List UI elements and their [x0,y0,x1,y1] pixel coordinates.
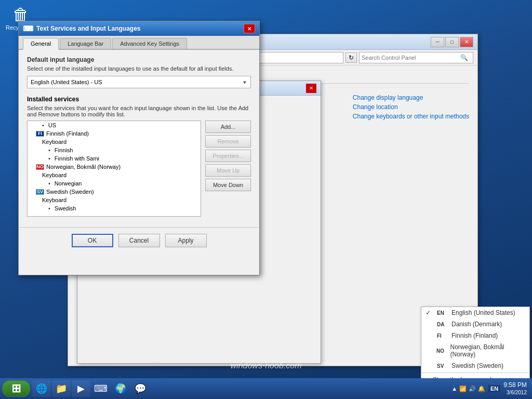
bullet-icon: • [48,205,50,211]
taskbar-globe-icon[interactable]: 🌍 [111,380,130,397]
services-action-buttons: Add... Remove Properties... Move Up Move… [205,121,251,217]
list-item[interactable]: SV Swedish (Sweden) [28,188,201,196]
taskbar-ie-icon[interactable]: 🌐 [32,380,51,397]
keyboard-label-sv: Keyboard [42,197,66,203]
remove-button[interactable]: Remove [205,135,251,148]
taskbar-explorer-icon[interactable]: 📁 [52,380,71,397]
add-button[interactable]: Add... [205,121,251,133]
taskbar-keyboard-icon[interactable]: ⌨ [91,380,110,397]
taskbar-media-icon[interactable]: ▶ [72,380,90,397]
lang-menu-item-sv[interactable]: SV Swedish (Sweden) [421,360,529,371]
lang-menu-item-fi[interactable]: FI Finnish (Finland) [421,330,529,341]
default-input-label: Default input language [27,56,251,63]
lang-code-en: EN [437,310,447,316]
list-item: Keyboard [28,171,201,179]
list-item[interactable]: NO Norwegian, Bokmål (Norway) [28,163,201,171]
lang-menu-item-no[interactable]: NO Norwegian, Bokmål (Norway) [421,341,529,360]
system-clock[interactable]: 9:58 PM 3/6/2012 [503,381,527,396]
clock-date: 3/6/2012 [503,389,527,396]
check-mark-en: ✓ [425,309,433,316]
lang-name-sv: Swedish (Sweden) [451,362,503,369]
website-watermark: windows-noob.com [231,361,302,370]
cp-maximize-button[interactable]: □ [445,37,459,47]
lang-name-no: Norwegian, Bokmål (Norway) [450,343,525,358]
cp-change-keyboards-link[interactable]: Change keyboards or other input methods [353,113,469,120]
default-language-dropdown[interactable]: English (United States) - US ▼ [27,76,251,88]
finnish-label: Finnish [55,147,73,153]
cp-change-display-language-link[interactable]: Change display language [353,94,469,101]
services-list[interactable]: • US FI Finnish (Finland) Keyboard • Fin… [27,121,201,217]
taskbar-system-tray: ▲ 📶 🔊 🔔 EN 9:58 PM 3/6/2012 [448,381,530,396]
default-language-value: English (United States) - US [31,79,102,85]
properties-button[interactable]: Properties... [205,150,251,162]
cp-window-controls: ─ □ ✕ [431,37,473,47]
list-item: • Finnish [28,146,201,154]
lang-name-fi: Finnish (Finland) [451,332,498,339]
bullet-icon: • [42,122,44,128]
installed-services-label: Installed services [27,96,251,103]
lang-us-label: US [48,122,56,128]
main-dialog-title: Text Services and Input Languages [36,25,141,32]
lang-code-no: NO [436,348,446,354]
language-popup-menu: ✓ EN English (United States) DA Danish (… [421,307,530,386]
lang-code-fi: FI [437,333,447,339]
cp-change-location-link[interactable]: Change location [353,103,469,111]
apply-button[interactable]: Apply [165,234,207,247]
swedish-label: Swedish (Sweden) [46,189,94,195]
move-down-button[interactable]: Move Down [205,179,251,191]
taskbar: ⊞ 🌐 📁 ▶ ⌨ 🌍 💬 ▲ 📶 🔊 🔔 EN 9:58 PM 3/6/201… [0,378,532,399]
cp-search-box[interactable]: 🔍 [359,52,473,63]
default-input-desc: Select one of the installed input langua… [27,65,251,72]
bullet-icon: • [48,147,50,153]
list-item: • US [28,121,201,129]
tab-general[interactable]: General [23,38,59,50]
keyboard-label-no: Keyboard [42,172,66,178]
main-dialog-close-button[interactable]: ✕ [244,24,255,33]
list-item: • Swedish [28,204,201,212]
main-dialog: ⌨ Text Services and Input Languages ✕ Ge… [18,21,260,275]
dropdown-arrow-icon: ▼ [242,79,247,85]
search-icon: 🔍 [460,54,468,61]
dialog-tabs: General Language Bar Advanced Key Settin… [19,36,259,50]
taskbar-chat-icon[interactable]: 💬 [131,380,150,397]
lang-menu-item-en[interactable]: ✓ EN English (United States) [421,307,529,318]
desktop: 🗑 Recycle Bin Control Panel ─ □ ✕ ◀ ▶ ▲ … [0,0,532,399]
lang-code-sv: SV [437,363,447,369]
bullet-icon: • [48,180,50,187]
ok-button[interactable]: OK [72,234,113,247]
inner-close-button[interactable]: ✕ [306,84,316,93]
cp-minimize-button[interactable]: ─ [431,37,444,47]
popup-divider [421,373,529,373]
cancel-button[interactable]: Cancel [118,234,160,247]
lang-name-da: Danish (Denmark) [451,321,502,328]
tab-advanced-key-settings[interactable]: Advanced Key Settings [112,38,187,49]
tray-volume-icon[interactable]: 🔊 [469,385,476,392]
tray-up-arrow-icon[interactable]: ▲ [451,385,457,392]
cp-refresh-button[interactable]: ↻ [345,52,357,63]
tray-network-icon[interactable]: 📶 [459,385,467,392]
finnish-sami-label: Finnish with Sami [55,155,99,162]
list-item: • Finnish with Sami [28,154,201,163]
list-item[interactable]: FI Finnish (Finland) [28,129,201,138]
system-tray-icons: ▲ 📶 🔊 🔔 [451,385,485,392]
language-indicator[interactable]: EN [488,385,500,392]
move-up-button[interactable]: Move Up [205,164,251,177]
tab-language-bar[interactable]: Language Bar [60,38,111,49]
lang-menu-item-da[interactable]: DA Danish (Denmark) [421,318,529,330]
services-container: • US FI Finnish (Finland) Keyboard • Fin… [27,121,251,217]
lang-code-da: DA [437,322,447,327]
sv-flag: SV [36,189,44,195]
taskbar-pinned-items: 🌐 📁 ▶ ⌨ 🌍 💬 [32,380,448,397]
no-flag: NO [36,164,44,170]
fi-flag: FI [36,131,44,137]
list-item: Keyboard [28,196,201,204]
start-button[interactable]: ⊞ [2,380,30,397]
cp-close-button[interactable]: ✕ [460,37,473,47]
start-orb-icon: ⊞ [11,382,21,395]
norwegian-keyboard-label: Norwegian [55,180,82,187]
cp-search-input[interactable] [362,55,460,61]
dialog-footer: OK Cancel Apply [19,227,259,254]
installed-services-desc: Select the services that you want for ea… [27,105,251,117]
main-dialog-controls: ✕ [244,24,255,33]
tray-action-center-icon[interactable]: 🔔 [478,385,485,392]
